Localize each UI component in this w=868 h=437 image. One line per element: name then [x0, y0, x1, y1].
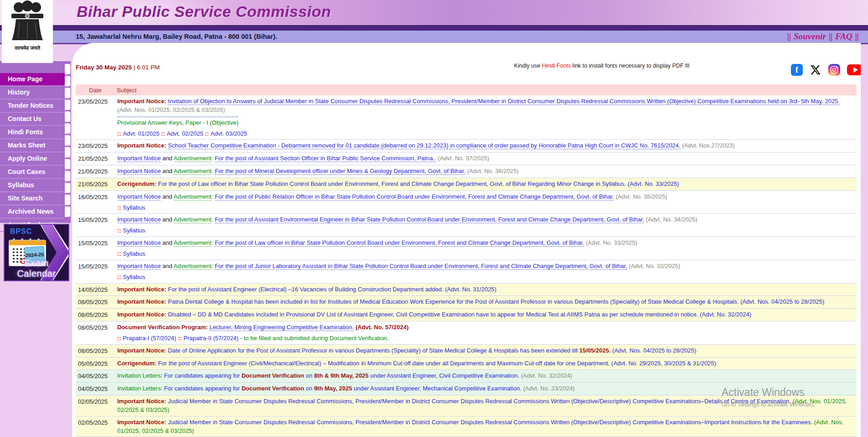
notice-link[interactable]: Advertisement [174, 193, 212, 200]
notice-text: :: [176, 335, 183, 342]
notice-link[interactable]: under Assistant Engineer, Mechanical Com… [352, 385, 521, 392]
notice-link[interactable]: Lecturer, Mining Engineering Competitive… [209, 324, 354, 331]
notice-subject: Important Notice: Judicial Member in Sta… [117, 418, 857, 436]
sidebar-tab [65, 123, 70, 134]
notice-date: 08/05/2025 [76, 347, 117, 356]
exam-calendar-badge[interactable]: BPSC 2024-25 Exam Calendar [4, 224, 69, 281]
sidebar-tab [65, 195, 70, 205]
notice-link[interactable]: Advt. 03/2025 [211, 130, 247, 137]
notice-subject: Important Notice and Advertisement: For … [117, 262, 857, 282]
notice-text: (Advt. No. 32/2025) [627, 263, 680, 269]
notice-link[interactable]: For the post of Assistant Engineer (Civi… [158, 360, 610, 367]
notice-link[interactable]: Important Notice [117, 239, 161, 247]
x-icon[interactable] [810, 64, 821, 76]
notice-link[interactable]: Prapatra-II (57/2024) [183, 335, 239, 342]
sidebar-item-contact-us[interactable]: Contact Us [0, 113, 65, 126]
sidebar-item-site-search[interactable]: Site Search [0, 192, 65, 205]
sidebar-item-home-page[interactable]: Home Page [0, 73, 65, 86]
notice-link[interactable]: Advt. 02/2025 [166, 130, 203, 137]
notice-link[interactable]: Advertisement [174, 263, 212, 270]
table-rows: 23/05/2025Important Notice: Invitation o… [76, 95, 857, 437]
hindi-fonts-link[interactable]: Hindi Fonts [542, 63, 571, 69]
sidebar-item-syllabus[interactable]: Syllabus [0, 179, 65, 192]
notice-text: :: [117, 274, 123, 280]
notice-text: (Advt. No. 34/2025) [644, 216, 697, 223]
notice-date: 21/05/2025 [76, 167, 117, 176]
notice-link[interactable]: Advertisement [174, 168, 212, 175]
faq-link[interactable]: FAQ [835, 32, 852, 41]
sidebar-item-history[interactable]: History [0, 86, 65, 100]
notice-link[interactable]: For candidates appearing for [164, 385, 242, 392]
notice-link[interactable]: Disabled – DD & MD Candidates included i… [168, 311, 698, 318]
notice-link[interactable]: For the post of Assistant Engineer (Elec… [168, 286, 443, 293]
notice-text: :: [117, 130, 123, 137]
notice-link[interactable]: For the post of Public Relation Officer … [215, 193, 614, 200]
notice-link[interactable]: Important Notice [117, 263, 161, 270]
notice-link[interactable]: Syllabus [123, 204, 145, 211]
sidebar-item-apply-online[interactable]: Apply Online [0, 153, 65, 166]
notice-link[interactable]: Advertisement [174, 239, 212, 247]
notice-link[interactable]: Judicial Member in State Consumer Disput… [168, 398, 791, 405]
sidebar-item-archived-news[interactable]: Archived News [0, 205, 65, 219]
notice-link[interactable]: Judicial Member in State Consumer Disput… [168, 419, 812, 426]
notices-table: Date Subject 23/05/2025Important Notice:… [76, 84, 857, 437]
notice-link[interactable]: Prapatra-I (57/2024) [123, 335, 176, 342]
sidebar-item-marks-sheet[interactable]: Marks Sheet [0, 139, 65, 153]
notice-link[interactable]: For the post of Law officer in Bihar Sta… [215, 239, 584, 247]
sidebar-item-court-cases[interactable]: Court Cases [0, 166, 65, 179]
notice-link[interactable]: Advertisement [174, 216, 212, 223]
notice-text: Corrigendum: [117, 360, 158, 367]
sidebar-tab [65, 64, 70, 74]
notice-link[interactable]: Important Notice [117, 168, 161, 175]
notice-link[interactable]: Invitation of Objection to Answers of Ju… [168, 98, 840, 105]
notice-link[interactable]: For the post of Assistant Environmental … [215, 216, 645, 223]
notice-link[interactable]: Important Notice [117, 155, 161, 162]
youtube-icon[interactable] [847, 64, 861, 75]
notice-link[interactable]: under Assistant Engineer, Civil Competit… [369, 372, 519, 379]
notice-link[interactable]: For the post of Assistant Section Office… [215, 155, 436, 162]
notice-link[interactable]: Advertisement [174, 155, 212, 162]
notice-text: :: [203, 130, 211, 137]
activate-windows-watermark-sub: Go to Settings to activate Windows. [722, 401, 815, 408]
notice-link[interactable]: Syllabus [123, 274, 145, 280]
notice-line: Important Notice and Advertisement: For … [117, 154, 852, 163]
sidebar-item-tender-notices[interactable]: Tender Notices [0, 100, 65, 113]
address-band: 15, Jawaharlal Nehru Marg, Bailey Road, … [0, 31, 868, 44]
notice-row: 21/05/2025Corrigendum: For the post of L… [76, 178, 857, 190]
notice-text: :: [117, 204, 123, 211]
notice-link[interactable]: For the post of Junior Laboratory Assist… [215, 263, 627, 270]
sidebar-tab [65, 171, 70, 181]
note-text: link to install fonts necessary to displ… [571, 63, 689, 69]
top-links: ||Souvenir||FAQ|| [785, 32, 862, 42]
notice-link[interactable]: For the post of Mineral Development offi… [215, 168, 466, 175]
play-icon [853, 67, 858, 73]
notice-link[interactable]: on [304, 385, 314, 392]
notice-link[interactable]: Important Notice [117, 193, 161, 200]
notice-link[interactable]: School Teacher Competitive Examination -… [168, 142, 680, 149]
national-emblem: सत्यमेव जयते [2, 0, 53, 63]
facebook-icon[interactable]: f [791, 64, 803, 76]
notice-subject: Important Notice and Advertisement: For … [117, 216, 857, 235]
notice-date: 21/05/2025 [76, 154, 117, 163]
notice-line: Important Notice: Disabled – DD & MD Can… [117, 311, 852, 319]
notice-link[interactable]: on [304, 372, 314, 379]
notice-text: and [161, 168, 173, 174]
notice-date: 08/05/2025 [76, 323, 117, 343]
notice-link[interactable]: For candidates appearing for [164, 372, 242, 379]
notice-text: (Advt. Nos. 04/2025 to 28/2025) [739, 298, 825, 305]
sidebar-tab [65, 206, 70, 217]
sidebar-item-hindi-fonts[interactable]: Hindi Fonts [0, 126, 65, 139]
notice-link[interactable]: For the post of Law officer in Bihar Sta… [158, 180, 626, 187]
instagram-icon[interactable] [828, 64, 840, 76]
notice-link[interactable]: Patna Dental College & Hospital has been… [168, 298, 738, 305]
souvenir-link[interactable]: Souvenir [794, 32, 826, 41]
notice-link[interactable]: Date of Online Application for the Post … [168, 347, 579, 354]
notice-link[interactable]: Advt. 01/2025 [123, 130, 159, 137]
notice-link[interactable]: Syllabus [123, 250, 145, 257]
notice-row: 15/05/2025Important Notice and Advertise… [76, 213, 857, 237]
emblem-caption: सत्यमेव जयते [2, 45, 53, 51]
social-links: f [791, 64, 861, 76]
notice-link[interactable]: Syllabus [123, 227, 145, 234]
notice-line: :: Syllabus [117, 250, 852, 258]
notice-link[interactable]: Important Notice [117, 216, 161, 223]
